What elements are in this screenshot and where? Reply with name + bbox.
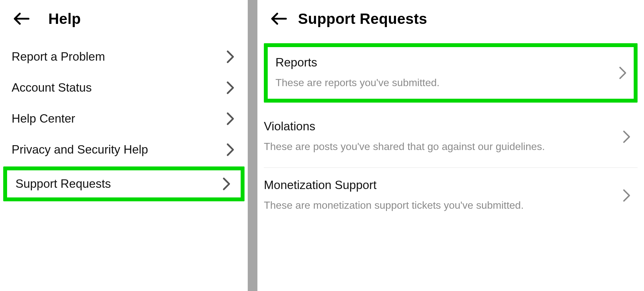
- help-item-report-problem[interactable]: Report a Problem: [0, 41, 248, 72]
- support-item-title: Reports: [275, 55, 439, 70]
- highlight-support-requests: Support Requests: [3, 166, 245, 201]
- help-header: Help: [0, 0, 248, 41]
- back-button[interactable]: [12, 9, 31, 28]
- help-item-support-requests[interactable]: Support Requests: [7, 170, 241, 197]
- support-item-violations[interactable]: Violations These are posts you've shared…: [264, 109, 638, 168]
- panel-divider: [248, 0, 257, 291]
- help-item-label: Help Center: [12, 111, 75, 126]
- support-item-subtitle: These are reports you've submitted.: [275, 75, 439, 91]
- help-item-label: Privacy and Security Help: [12, 142, 148, 157]
- back-button[interactable]: [269, 9, 288, 28]
- support-item-monetization[interactable]: Monetization Support These are monetizat…: [264, 168, 638, 226]
- chevron-right-icon: [219, 81, 235, 95]
- help-item-privacy-security[interactable]: Privacy and Security Help: [0, 134, 248, 165]
- support-requests-header: Support Requests: [264, 0, 638, 41]
- help-item-label: Report a Problem: [12, 49, 105, 65]
- help-screen: Help Report a Problem Account Status Hel…: [0, 0, 248, 291]
- support-requests-screen: Support Requests Reports These are repor…: [257, 0, 644, 291]
- arrow-left-icon: [270, 10, 287, 27]
- highlight-reports: Reports These are reports you've submitt…: [264, 43, 638, 103]
- arrow-left-icon: [13, 10, 30, 27]
- help-item-help-center[interactable]: Help Center: [0, 103, 248, 134]
- page-title: Help: [48, 10, 81, 27]
- chevron-right-icon: [219, 112, 235, 125]
- chevron-right-icon: [216, 177, 231, 191]
- chevron-right-icon: [219, 50, 235, 64]
- help-item-label: Account Status: [12, 80, 92, 95]
- help-item-label: Support Requests: [15, 176, 111, 192]
- support-item-reports[interactable]: Reports These are reports you've submitt…: [268, 47, 634, 99]
- support-item-subtitle: These are monetization support tickets y…: [264, 197, 524, 214]
- chevron-right-icon: [612, 66, 627, 80]
- chevron-right-icon: [219, 143, 235, 156]
- support-item-title: Violations: [264, 119, 545, 134]
- support-item-title: Monetization Support: [264, 177, 524, 193]
- page-title: Support Requests: [298, 10, 427, 27]
- chevron-right-icon: [616, 189, 631, 202]
- support-item-subtitle: These are posts you've shared that go ag…: [264, 139, 545, 155]
- help-item-account-status[interactable]: Account Status: [0, 72, 248, 103]
- chevron-right-icon: [616, 130, 631, 144]
